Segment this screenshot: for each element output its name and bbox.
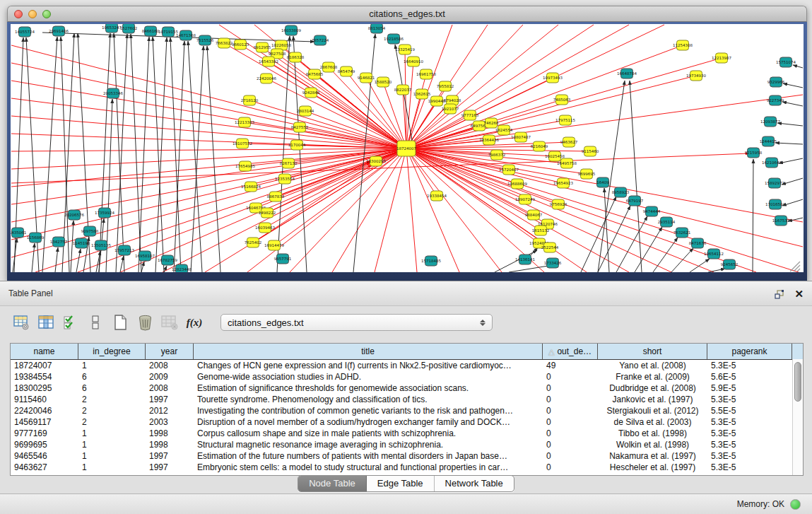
rows-icon[interactable] <box>87 314 104 331</box>
graph-node[interactable]: 1342757 <box>50 237 68 247</box>
graph-node[interactable]: 15166824 <box>241 182 261 192</box>
graph-node[interactable]: 12353554 <box>275 174 295 184</box>
graph-node[interactable]: 7515526 <box>196 35 214 45</box>
graph-node[interactable]: 1527602 <box>120 24 138 33</box>
graph-node[interactable]: 746266 <box>484 118 499 128</box>
graph-node[interactable]: 9115460 <box>582 146 599 156</box>
graph-node[interactable]: 16210643 <box>762 158 782 168</box>
graph-node[interactable]: 1588520 <box>375 77 392 87</box>
graph-node[interactable]: 6479197 <box>626 196 644 206</box>
graph-node[interactable]: 9463627 <box>560 137 578 147</box>
tab-node-table[interactable]: Node Table <box>298 476 367 491</box>
graph-node[interactable]: 1362615 <box>413 89 431 99</box>
graph-node[interactable]: 19338454 <box>427 191 447 201</box>
graph-node[interactable]: 9329966 <box>767 77 785 87</box>
tab-edge-table[interactable]: Edge Table <box>367 476 435 491</box>
memory-status-icon[interactable] <box>790 499 801 510</box>
show-column-icon[interactable] <box>37 314 54 331</box>
delete-table-icon[interactable] <box>161 314 178 331</box>
graph-node[interactable]: 16958107 <box>135 251 155 261</box>
graph-node[interactable]: 16640910 <box>404 57 423 66</box>
graph-node[interactable]: 10653247 <box>102 24 122 33</box>
table-row[interactable]: 1872400712008Changes of HCN gene express… <box>11 360 803 371</box>
graph-node[interactable]: 7857224 <box>312 35 329 45</box>
column-header[interactable]: △out_de… <box>543 344 598 359</box>
graph-node[interactable]: 19734930 <box>686 71 706 81</box>
graph-node[interactable]: 17016504 <box>765 199 785 209</box>
graph-node[interactable]: 16961758 <box>416 69 436 79</box>
graph-node[interactable]: 8471676 <box>689 238 707 248</box>
window-titlebar[interactable]: citations_edges.txt <box>7 6 807 22</box>
graph-node[interactable]: 9756928 <box>550 199 567 209</box>
graph-node[interactable]: 9097588 <box>81 226 99 236</box>
graph-node[interactable]: 9777163 <box>461 110 479 120</box>
graph-node[interactable]: 14136141 <box>515 255 535 264</box>
graph-node[interactable]: 2867608 <box>320 62 338 72</box>
graph-node[interactable]: 9146821 <box>358 73 375 83</box>
graph-node[interactable]: 7986372 <box>488 150 506 160</box>
column-header[interactable]: short <box>598 344 707 359</box>
graph-node[interactable]: 18107552 <box>233 139 252 148</box>
graph-node[interactable]: 9699695 <box>578 169 596 179</box>
graph-node[interactable]: 1244415 <box>760 136 777 146</box>
graph-node[interactable]: 1824554 <box>495 125 513 135</box>
delete-icon[interactable] <box>136 314 153 331</box>
graph-node[interactable]: 9245652 <box>721 259 739 269</box>
column-header[interactable]: year <box>146 344 194 359</box>
graph-node[interactable]: 1167533 <box>772 216 790 226</box>
zoom-window-icon[interactable] <box>42 10 51 18</box>
graph-node[interactable]: 1615132 <box>532 226 550 235</box>
graph-node[interactable]: 14671368 <box>176 30 196 40</box>
table-row[interactable]: 2242004622012Investigating the contribut… <box>11 405 803 416</box>
graph-node[interactable]: 11254308 <box>673 40 693 50</box>
graph-node[interactable]: 7632621 <box>673 228 691 238</box>
graph-node[interactable]: 2803144 <box>297 106 314 116</box>
graph-node[interactable]: 16648784 <box>617 69 637 78</box>
graph-node[interactable]: 13505135 <box>91 240 111 250</box>
table-row[interactable]: 946362711997Embryonic stem cells: a mode… <box>11 462 803 473</box>
graph-node[interactable]: 12213383 <box>235 117 254 127</box>
graph-node[interactable]: 9227349 <box>767 95 784 105</box>
graph-node[interactable]: 20691406 <box>49 26 69 36</box>
resize-grip-icon[interactable] <box>790 262 800 271</box>
graph-node[interactable]: 15718485 <box>421 256 441 266</box>
graph-node[interactable]: 1498222 <box>259 208 276 218</box>
table-row[interactable]: 946554611997Estimation of the future num… <box>11 450 803 462</box>
table-chooser-dropdown[interactable]: citations_edges.txt <box>220 314 493 331</box>
graph-node[interactable]: 12093877 <box>760 117 780 127</box>
graph-node[interactable]: 2522544 <box>541 243 559 252</box>
graph-node[interactable]: 8186328 <box>287 52 305 62</box>
graph-node[interactable]: 14055724 <box>15 27 35 37</box>
graph-node[interactable]: 7485063 <box>553 95 571 105</box>
graph-node[interactable]: 8813054 <box>368 24 386 33</box>
graph-node[interactable]: 8427552 <box>291 122 309 132</box>
graph-node[interactable]: 8912955 <box>254 42 271 52</box>
network-canvas[interactable]: 1872400776638229660123891295518226058982… <box>11 24 804 272</box>
graph-node[interactable]: 18724007 <box>396 141 416 156</box>
table-row[interactable]: 969969511998Structural magnetic resonanc… <box>11 439 803 450</box>
graph-node[interactable]: 15892971 <box>765 178 784 188</box>
graph-node[interactable]: 8215958 <box>745 148 763 158</box>
graph-node[interactable]: 17975115 <box>555 115 575 125</box>
graph-node[interactable]: 10654112 <box>704 249 724 259</box>
graph-node[interactable]: 16033809 <box>281 25 301 35</box>
graph-node[interactable]: 8454749 <box>338 66 355 76</box>
table-row[interactable]: 1938455462009Genome-wide association stu… <box>11 371 803 382</box>
table-mode-icon[interactable] <box>13 314 30 331</box>
graph-node[interactable]: 13325419 <box>395 45 415 54</box>
new-table-icon[interactable] <box>112 314 129 331</box>
graph-node[interactable]: 9660123 <box>232 40 249 49</box>
graph-node[interactable]: 7625402 <box>245 238 262 247</box>
graph-node[interactable]: 16914479 <box>264 240 284 250</box>
scrollbar-thumb[interactable] <box>794 362 801 402</box>
graph-node[interactable]: 1170044 <box>288 140 306 150</box>
graph-node[interactable]: 2935114 <box>658 217 676 227</box>
graph-node[interactable]: 8267130 <box>280 158 298 168</box>
graph-node[interactable]: 9857791 <box>274 254 292 264</box>
graph-node[interactable]: 12823448 <box>172 264 192 272</box>
graph-node[interactable]: 16409 <box>596 177 609 187</box>
graph-node[interactable]: 8822037 <box>394 85 412 95</box>
graph-node[interactable]: 8466160 <box>142 26 160 36</box>
graph-node[interactable]: 1733426 <box>544 258 562 268</box>
graph-node[interactable]: 1156869 <box>27 233 45 243</box>
